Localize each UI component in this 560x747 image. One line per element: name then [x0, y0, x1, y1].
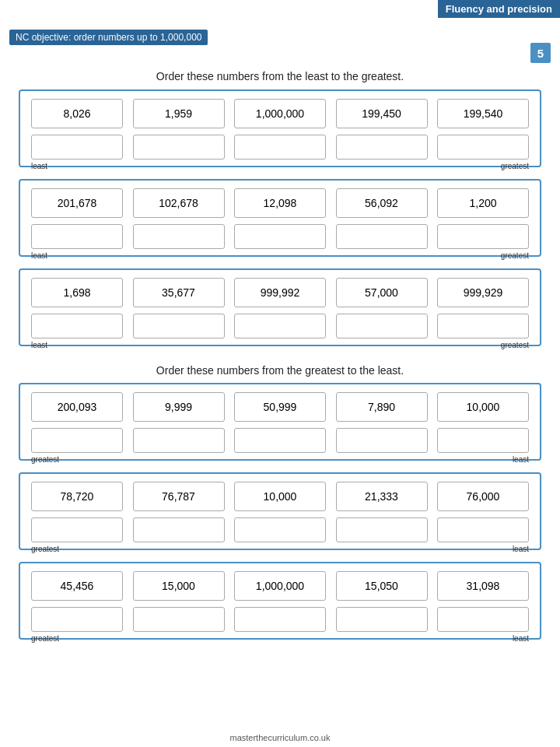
brand-label: Fluency and precision [438, 0, 560, 18]
answer-input[interactable] [31, 135, 123, 160]
number-cell: 102,678 [133, 188, 225, 218]
number-cell: 10,000 [437, 392, 529, 422]
number-cell: 50,999 [234, 392, 326, 422]
least-label: least [31, 341, 47, 349]
number-cell: 7,890 [336, 392, 428, 422]
number-cell: 9,999 [133, 392, 225, 422]
least-label: least [31, 162, 47, 170]
answer-input[interactable] [336, 428, 428, 453]
number-cell: 35,677 [133, 278, 225, 307]
numbers-row-6: 45,456 15,000 1,000,000 15,050 31,098 [31, 571, 529, 601]
greatest-label: greatest [31, 455, 59, 464]
number-cell: 15,000 [133, 571, 225, 601]
least-label: least [513, 634, 529, 643]
number-cell: 999,992 [234, 278, 326, 307]
answer-row-3: least greatest [31, 314, 529, 338]
answer-input[interactable] [31, 607, 123, 632]
answer-input[interactable] [336, 135, 428, 160]
answer-input[interactable] [133, 607, 225, 632]
greatest-label: greatest [501, 251, 529, 260]
answer-input[interactable] [437, 607, 529, 632]
answer-input[interactable] [31, 224, 123, 249]
greatest-label: greatest [501, 162, 529, 170]
numbers-row-1: 8,026 1,959 1,000,000 199,450 199,540 [31, 99, 529, 128]
number-cell: 1,000,000 [234, 571, 326, 601]
number-cell: 8,026 [31, 99, 123, 128]
answer-input[interactable] [31, 314, 123, 338]
numbers-row-4: 200,093 9,999 50,999 7,890 10,000 [31, 392, 529, 422]
answer-input[interactable] [133, 314, 225, 338]
answer-input[interactable] [133, 517, 225, 542]
number-cell: 76,000 [437, 482, 529, 511]
answer-input[interactable] [133, 428, 225, 453]
answer-input[interactable] [133, 135, 225, 160]
least-label: least [31, 251, 47, 260]
nc-objective-label: NC objective: order numbers up to 1,000,… [9, 30, 208, 45]
number-cell: 1,698 [31, 278, 123, 307]
numbers-row-2: 201,678 102,678 12,098 56,092 1,200 [31, 188, 529, 218]
answer-row-5: greatest least [31, 517, 529, 542]
answer-input[interactable] [437, 517, 529, 542]
number-cell: 1,959 [133, 99, 225, 128]
answer-row-1: least greatest [31, 135, 529, 160]
question-box-3: 1,698 35,677 999,992 57,000 999,929 leas… [19, 268, 541, 346]
question-box-1: 8,026 1,959 1,000,000 199,450 199,540 le… [19, 89, 541, 167]
number-cell: 201,678 [31, 188, 123, 218]
answer-input[interactable] [437, 224, 529, 249]
question-box-4: 200,093 9,999 50,999 7,890 10,000 greate… [19, 383, 541, 461]
greatest-label: greatest [31, 634, 59, 643]
answer-input[interactable] [336, 607, 428, 632]
answer-input[interactable] [336, 224, 428, 249]
number-cell: 10,000 [234, 482, 326, 511]
answer-input[interactable] [234, 135, 326, 160]
least-label: least [513, 545, 529, 553]
answer-input[interactable] [234, 224, 326, 249]
number-cell: 57,000 [336, 278, 428, 307]
number-cell: 56,092 [336, 188, 428, 218]
question-box-2: 201,678 102,678 12,098 56,092 1,200 leas… [19, 179, 541, 257]
answer-input[interactable] [133, 224, 225, 249]
page-number: 5 [530, 43, 551, 63]
answer-input[interactable] [437, 428, 529, 453]
answer-input[interactable] [234, 607, 326, 632]
numbers-row-5: 78,720 76,787 10,000 21,333 76,000 [31, 482, 529, 511]
question-box-6: 45,456 15,000 1,000,000 15,050 31,098 gr… [19, 562, 541, 640]
greatest-label: greatest [501, 341, 529, 349]
number-cell: 1,000,000 [234, 99, 326, 128]
answer-input[interactable] [234, 428, 326, 453]
number-cell: 1,200 [437, 188, 529, 218]
greatest-label: greatest [31, 545, 59, 553]
least-label: least [513, 455, 529, 464]
number-cell: 78,720 [31, 482, 123, 511]
answer-input[interactable] [437, 135, 529, 160]
section1-instruction: Order these numbers from the least to th… [0, 70, 560, 82]
footer-label: masterthecurriculum.co.uk [0, 733, 560, 742]
answer-input[interactable] [31, 428, 123, 453]
answer-input[interactable] [234, 314, 326, 338]
question-box-5: 78,720 76,787 10,000 21,333 76,000 great… [19, 472, 541, 550]
answer-input[interactable] [234, 517, 326, 542]
number-cell: 999,929 [437, 278, 529, 307]
number-cell: 15,050 [336, 571, 428, 601]
answer-row-2: least greatest [31, 224, 529, 249]
answer-input[interactable] [336, 314, 428, 338]
numbers-row-3: 1,698 35,677 999,992 57,000 999,929 [31, 278, 529, 307]
answer-row-4: greatest least [31, 428, 529, 453]
number-cell: 21,333 [336, 482, 428, 511]
answer-input[interactable] [31, 517, 123, 542]
number-cell: 76,787 [133, 482, 225, 511]
answer-input[interactable] [336, 517, 428, 542]
answer-row-6: greatest least [31, 607, 529, 632]
number-cell: 12,098 [234, 188, 326, 218]
number-cell: 45,456 [31, 571, 123, 601]
number-cell: 199,540 [437, 99, 529, 128]
answer-input[interactable] [437, 314, 529, 338]
number-cell: 199,450 [336, 99, 428, 128]
section2-instruction: Order these numbers from the greatest to… [0, 364, 560, 377]
number-cell: 31,098 [437, 571, 529, 601]
number-cell: 200,093 [31, 392, 123, 422]
